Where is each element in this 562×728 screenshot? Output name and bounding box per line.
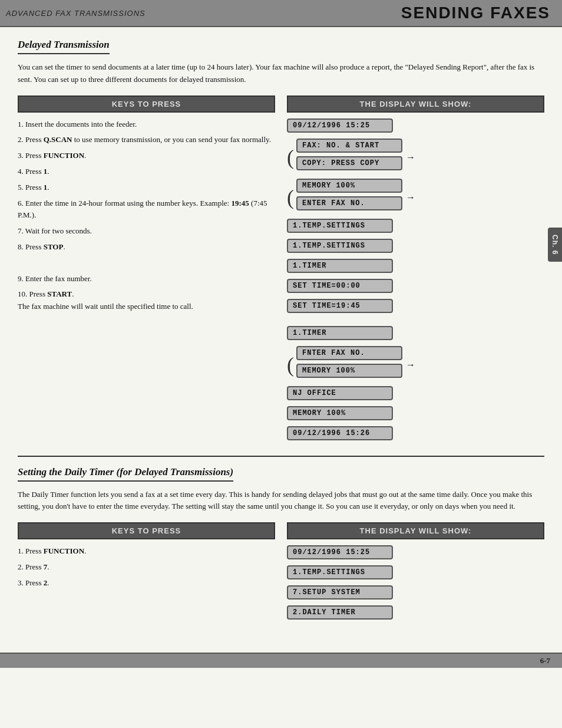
page-header: ADVANCED FAX TRANSMISSIONS SENDING FAXES [0, 0, 562, 27]
list-item: 10. Press START.The fax machine will wai… [18, 288, 275, 313]
display-screen: 1.TIMER [287, 326, 393, 340]
display-item: 09/12/1996 15:26 [287, 426, 544, 443]
arrow-right-icon: → [406, 152, 415, 163]
display-group: ( MEMORY 100% ENTER FAX NO. → [287, 179, 544, 216]
display-screen: 1.TIMER [287, 259, 393, 273]
display-item: 1.TEMP.SETTINGS [287, 219, 544, 235]
keys-header-2: KEYS TO PRESS [18, 522, 275, 539]
display-screen: NJ OFFICE [287, 386, 393, 400]
display-item: 7.SETUP SYSTEM [287, 585, 544, 602]
grouped-display: MEMORY 100% ENTER FAX NO. [296, 179, 402, 213]
section2: Setting the Daily Timer (for Delayed Tra… [18, 466, 544, 624]
list-item: 2. Press 7. [18, 561, 275, 574]
grouped-display: FNTER FAX NO. MEMORY 100% [296, 346, 402, 380]
list-item: 8. Press STOP. [18, 241, 275, 253]
display-screen: MEMORY 100% [296, 179, 402, 193]
steps-list: 1. Insert the documents into the feeder.… [18, 118, 275, 313]
display-header-2: THE DISPLAY WILL SHOW: [287, 522, 544, 539]
display-screen: ENTER FAX NO. [296, 196, 402, 210]
list-item: 3. Press FUNCTION. [18, 150, 275, 162]
list-item: 1. Press FUNCTION. [18, 545, 275, 558]
spacer [287, 319, 544, 324]
display-items-2: 09/12/1996 15:25 1.TEMP.SETTINGS 7.SETUP… [287, 545, 544, 623]
list-item: 9. Enter the fax number. [18, 273, 275, 285]
display-item: 1.TEMP.SETTINGS [287, 565, 544, 582]
keys-header: KEYS TO PRESS [18, 95, 275, 113]
page-footer: 6-7 [0, 653, 562, 668]
steps-list-2: 1. Press FUNCTION. 2. Press 7. 3. Press … [18, 545, 275, 589]
display-screen: 2.DAILY TIMER [287, 605, 393, 620]
display-screen: 09/12/1996 15:26 [287, 426, 393, 440]
list-item: 6. Enter the time in 24-hour format usin… [18, 197, 275, 222]
display-col-2: THE DISPLAY WILL SHOW: 09/12/1996 15:25 … [287, 522, 544, 623]
display-items: 09/12/1996 15:25 ( FAX: NO. & START COPY… [287, 118, 544, 444]
left-bracket: ( [287, 354, 294, 375]
display-screen: FNTER FAX NO. [296, 346, 402, 360]
list-item: 2. Press Q.SCAN to use memory transmissi… [18, 134, 275, 146]
section1-columns: KEYS TO PRESS 1. Insert the documents in… [18, 95, 544, 444]
main-content: Delayed Transmission You can set the tim… [0, 27, 562, 647]
list-item: 5. Press 1. [18, 182, 275, 194]
left-bracket: ( [287, 147, 294, 168]
section-divider [18, 456, 544, 457]
display-header: THE DISPLAY WILL SHOW: [287, 95, 544, 113]
display-screen: 1.TEMP.SETTINGS [287, 565, 393, 579]
display-screen: COPY: PRESS COPY [296, 156, 402, 170]
list-item: 7. Wait for two seconds. [18, 225, 275, 238]
display-screen: FAX: NO. & START [296, 139, 402, 153]
section1-intro: You can set the timer to send documents … [18, 61, 544, 86]
arrow-right-icon: → [406, 360, 415, 370]
display-item: 1.TIMER [287, 259, 544, 275]
display-col: THE DISPLAY WILL SHOW: 09/12/1996 15:25 … [287, 95, 544, 444]
display-screen: SET TIME=00:00 [287, 279, 393, 293]
display-screen: 1.TEMP.SETTINGS [287, 239, 393, 253]
display-item: 09/12/1996 15:25 [287, 118, 544, 135]
keys-col-2: KEYS TO PRESS 1. Press FUNCTION. 2. Pres… [18, 522, 275, 623]
page: ADVANCED FAX TRANSMISSIONS SENDING FAXES… [0, 0, 562, 728]
display-screen: 7.SETUP SYSTEM [287, 585, 393, 599]
section2-intro: The Daily Timer function lets you send a… [18, 489, 544, 513]
display-screen: MEMORY 100% [296, 364, 402, 378]
list-item: 1. Insert the documents into the feeder. [18, 118, 275, 131]
left-bracket: ( [287, 187, 294, 208]
header-title: SENDING FAXES [401, 4, 550, 22]
grouped-display: FAX: NO. & START COPY: PRESS COPY [296, 139, 402, 173]
display-screen: 09/12/1996 15:25 [287, 545, 393, 559]
display-item: SET TIME=00:00 [287, 279, 544, 295]
display-item: 1.TEMP.SETTINGS [287, 239, 544, 255]
display-item: 09/12/1996 15:25 [287, 545, 544, 562]
keys-col: KEYS TO PRESS 1. Insert the documents in… [18, 95, 275, 444]
display-item: 2.DAILY TIMER [287, 605, 544, 622]
section1: Delayed Transmission You can set the tim… [18, 39, 544, 444]
page-number: 6-7 [540, 656, 550, 666]
display-screen: SET TIME=19:45 [287, 299, 393, 313]
display-group: ( FNTER FAX NO. MEMORY 100% → [287, 346, 544, 384]
section2-columns: KEYS TO PRESS 1. Press FUNCTION. 2. Pres… [18, 522, 544, 623]
list-item: 4. Press 1. [18, 166, 275, 178]
arrow-right-icon: → [406, 192, 415, 203]
header-subtitle: ADVANCED FAX TRANSMISSIONS [6, 9, 146, 18]
display-screen: 1.TEMP.SETTINGS [287, 219, 393, 233]
list-item: 3. Press 2. [18, 577, 275, 589]
section1-title: Delayed Transmission [18, 39, 110, 54]
display-screen: MEMORY 100% [287, 406, 393, 420]
display-item: 1.TIMER [287, 326, 544, 342]
display-group: ( FAX: NO. & START COPY: PRESS COPY → [287, 139, 544, 176]
list-item [18, 257, 275, 269]
display-item: SET TIME=19:45 [287, 299, 544, 315]
display-item: NJ OFFICE [287, 386, 544, 403]
display-screen: 09/12/1996 15:25 [287, 118, 393, 133]
section2-title: Setting the Daily Timer (for Delayed Tra… [18, 466, 233, 482]
chapter-tab: Ch. 6 [548, 228, 562, 262]
display-item: MEMORY 100% [287, 406, 544, 423]
